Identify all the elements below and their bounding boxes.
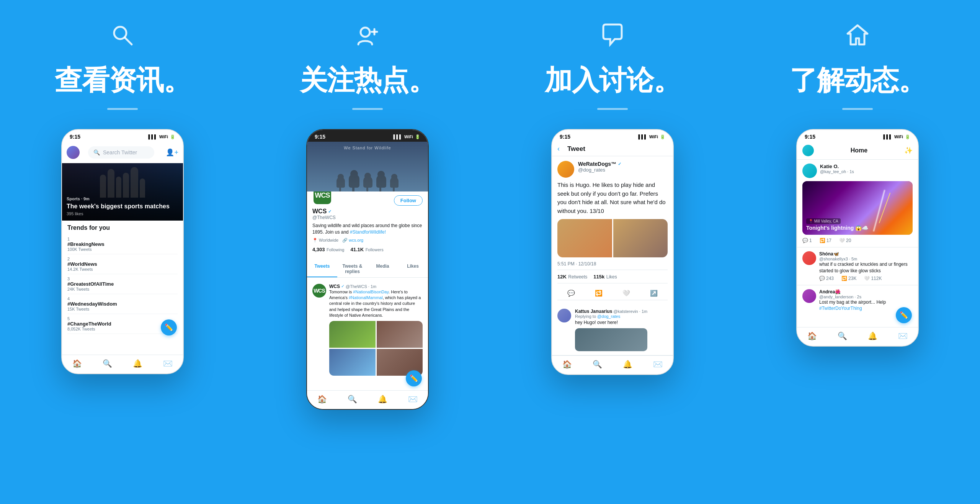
home-tweet-1: Katie O. @kay_tee_oh · 1s 📍 Mill Valley,… (797, 160, 918, 247)
tweet-1-name: Katie O. (820, 164, 913, 169)
nav-msg-4[interactable]: ✉️ (898, 331, 908, 340)
compose-icon-4: ✏️ (900, 311, 908, 319)
hero-image: We Stand for Wildlife (307, 142, 428, 191)
panel3-icon (600, 23, 625, 51)
home-avatar (802, 145, 814, 156)
nav-home-2[interactable]: 🏠 (317, 394, 327, 404)
tweet-verified-icon: ✓ (341, 284, 345, 289)
time-1: 9:15 (70, 134, 80, 140)
trend-num: 3 (67, 277, 178, 281)
reply-icon[interactable]: 💬 (567, 290, 575, 297)
tweet-image-grid (329, 321, 423, 376)
nav-msg-3[interactable]: ✉️ (653, 360, 663, 369)
like-icon[interactable]: 🤍 (622, 290, 630, 297)
tab-likes[interactable]: Likes (398, 260, 428, 277)
nav-search-icon[interactable]: 🔍 (103, 359, 112, 368)
tweet-3-name: Andrea🌺 (819, 289, 913, 295)
nav-home-4[interactable]: 🏠 (807, 331, 817, 340)
profile-tweet: WCS WCS ✓ @TheWCS · 1m Tomorrow is #Nati… (307, 281, 428, 379)
likes-stat: 115k Likes (593, 273, 617, 280)
like-action-2[interactable]: 🤍 112K (864, 276, 882, 281)
bio-hashtag-link[interactable]: #StandforWildlife! (350, 229, 386, 235)
profile-name: WCS ✓ (312, 208, 423, 215)
banner-image: Sports · 9m The week's biggest sports ma… (62, 163, 183, 221)
tweet-body-3: This is Hugo. He likes to play hide and … (557, 181, 668, 215)
user-avatar[interactable] (67, 146, 80, 159)
compose-fab-4[interactable]: ✏️ (896, 307, 912, 323)
bottom-nav-1: 🏠 🔍 🔔 ✉️ (62, 355, 183, 373)
dog-image-1 (557, 219, 612, 257)
retweet-stat: 12K Retweets (557, 273, 587, 280)
tweet-row-2: Shóna🦋 @shonakellyx3 · 5m what if u crac… (802, 251, 913, 281)
add-people-icon[interactable]: 👤+ (166, 148, 178, 157)
dog-image-2 (613, 219, 668, 257)
nav-notif-2[interactable]: 🔔 (378, 394, 387, 404)
trend-name: #GreatestOfAllTime (67, 281, 178, 287)
tweet-3-avatar (802, 289, 816, 303)
follow-button[interactable]: Follow (394, 195, 423, 206)
trend-item-1[interactable]: 1 #BreakingNews 100K Tweets (67, 234, 178, 254)
profile-header: WCS Follow (312, 195, 423, 206)
like-action-1[interactable]: 🤍 20 (839, 238, 851, 243)
panel4-divider (842, 108, 873, 110)
compose-fab-2[interactable]: ✏️ (406, 370, 422, 386)
tab-media[interactable]: Media (368, 260, 398, 277)
nav-home-3[interactable]: 🏠 (562, 360, 572, 369)
compose-fab[interactable]: ✏️ (161, 319, 177, 335)
share-icon[interactable]: ↗️ (650, 290, 658, 297)
location-tag: 📍 Mill Valley, CA (806, 218, 841, 224)
home-tweet-2: Shóna🦋 @shonakellyx3 · 5m what if u crac… (797, 247, 918, 285)
search-bar[interactable]: 🔍 Search Twitter (88, 146, 154, 159)
panel-follow: 关注热点。 9:15 ▌▌▌ WiFi 🔋 We Stand for Wildl… (245, 0, 490, 504)
tab-tweets-replies[interactable]: Tweets & replies (337, 260, 368, 277)
nav-notif-3[interactable]: 🔔 (623, 360, 632, 369)
back-button[interactable]: ‹ (557, 145, 560, 153)
panel2-divider (352, 108, 383, 110)
panel3-title: 加入讨论。 (545, 62, 681, 99)
main-tweet: WeRateDogs™ ✓ @dog_rates This is Hugo. H… (552, 156, 673, 305)
nav-search-4[interactable]: 🔍 (838, 331, 847, 340)
home-header: Home ✨ (797, 142, 918, 160)
trend-name: #WednesdayWisdom (67, 301, 178, 307)
nav-home-icon[interactable]: 🏠 (72, 359, 82, 368)
nav-notif-4[interactable]: 🔔 (868, 331, 877, 340)
verified-icon: ✓ (328, 209, 332, 214)
panel-search: 查看资讯。 9:15 ▌▌▌ WiFi 🔋 🔍 Search Twitter 👤… (0, 0, 245, 504)
retweet-icon[interactable]: 🔁 (595, 290, 603, 297)
nav-search-2[interactable]: 🔍 (348, 394, 357, 404)
tab-tweets[interactable]: Tweets (307, 260, 337, 277)
tweet-2-actions: 💬 243 🔁 23K 🤍 112K (819, 276, 913, 281)
website-icon: 🔗 wcs.org (342, 238, 363, 243)
trend-item-3[interactable]: 3 #GreatestOfAllTime 24K Tweets (67, 274, 178, 294)
panel1-icon (110, 23, 135, 51)
trend-count: 100K Tweets (67, 247, 178, 252)
sparkle-icon[interactable]: ✨ (904, 146, 913, 155)
retweet-action-2[interactable]: 🔁 23K (841, 276, 856, 281)
reply-action-2[interactable]: 💬 243 (819, 276, 834, 281)
panel2-icon (355, 23, 380, 51)
trend-item-4[interactable]: 4 #WednesdayWisdom 15K Tweets (67, 294, 178, 314)
status-icons-3: ▌▌▌ WiFi 🔋 (638, 134, 665, 139)
tweet-header: ‹ Tweet (552, 142, 673, 156)
org-abbr: WCS (315, 191, 330, 200)
tweet-author-name: WeRateDogs™ ✓ (578, 161, 621, 167)
reply-action-1[interactable]: 💬 1 (802, 238, 812, 243)
tweet-images-3 (557, 219, 668, 257)
nav-notifications-icon[interactable]: 🔔 (133, 359, 142, 368)
retweet-action-1[interactable]: 🔁 17 (820, 238, 831, 243)
trend-item-2[interactable]: 2 #WorldNews 14.2K Tweets (67, 254, 178, 274)
tweet-verified-3: ✓ (618, 162, 621, 167)
trends-title: Trends for you (67, 224, 178, 231)
banner-likes: 395 likes (67, 211, 178, 216)
hashtag-link[interactable]: #TwitterDoYourThing (819, 306, 862, 311)
svg-line-1 (125, 38, 132, 44)
phone2-frame: 9:15 ▌▌▌ WiFi 🔋 We Stand for Wildlife (306, 129, 429, 410)
tweet-action-row: 💬 🔁 🤍 ↗️ (557, 286, 668, 300)
trends-section: Trends for you 1 #BreakingNews 100K Twee… (62, 221, 183, 335)
nav-messages-icon[interactable]: ✉️ (163, 359, 173, 368)
media-caption: Tonight's lightning 😱☁️ (806, 225, 868, 231)
tweet-2-name: Shóna🦋 (819, 251, 913, 257)
nav-msg-2[interactable]: ✉️ (408, 394, 418, 404)
nav-search-3[interactable]: 🔍 (593, 360, 602, 369)
time-3: 9:15 (560, 134, 570, 140)
